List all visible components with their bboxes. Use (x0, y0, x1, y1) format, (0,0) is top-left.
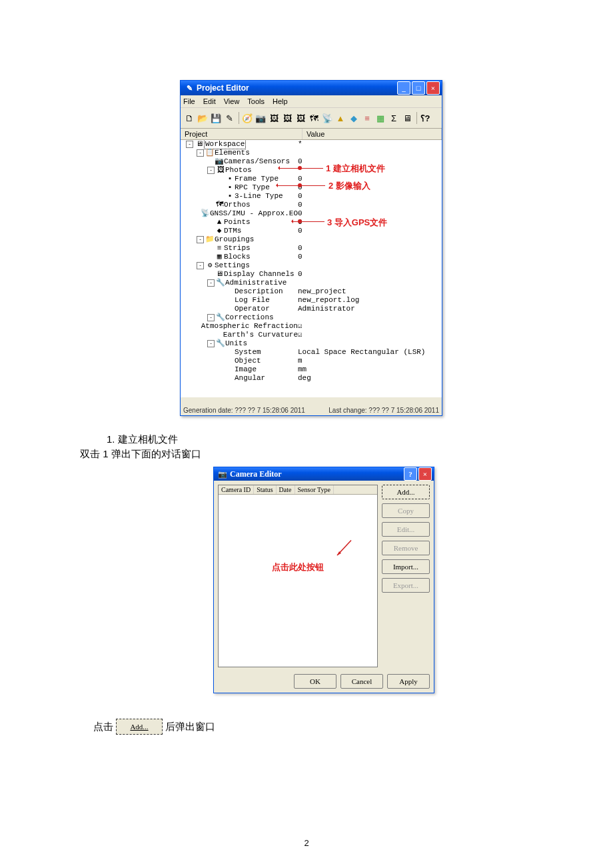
expand-toggle[interactable]: - (197, 262, 204, 269)
ok-button[interactable]: OK (294, 674, 336, 689)
tree-row[interactable]: ▪Frame Type0 (181, 175, 442, 183)
close-button[interactable]: × (426, 81, 440, 95)
col-status[interactable]: Status (254, 485, 276, 494)
node-label: Groupings (215, 235, 254, 244)
col-date[interactable]: Date (277, 485, 295, 494)
tree-row[interactable]: 📷Cameras/Sensors0 (181, 157, 442, 166)
col-camera-id[interactable]: Camera ID (219, 485, 254, 494)
dtm-tool-icon[interactable]: ◆ (348, 112, 360, 124)
tree-row[interactable]: -🖥Workspace* (181, 140, 442, 149)
points-tool-icon[interactable]: ▲ (334, 112, 346, 124)
camera-tool-icon[interactable]: 🧭 (241, 112, 253, 124)
menu-tools[interactable]: Tools (247, 97, 265, 105)
whats-this-icon[interactable]: ⸮? (419, 112, 431, 124)
pe-titlebar[interactable]: ✎ Project Editor _ □ × (181, 81, 442, 95)
cancel-button[interactable]: Cancel (340, 674, 383, 689)
photo-tool-icon[interactable]: 📷 (255, 112, 267, 124)
tree-row[interactable]: -📁Groupings (181, 235, 442, 244)
tree-row[interactable]: Log Filenew_report.log (181, 296, 442, 305)
project-editor-window: ✎ Project Editor _ □ × File Edit View To… (180, 80, 442, 416)
tree-row[interactable]: Imagemm (181, 365, 442, 374)
tree-row[interactable]: -🔧Administrative (181, 279, 442, 287)
copy-button[interactable]: Copy (382, 503, 430, 518)
open-icon[interactable]: 📂 (197, 112, 209, 124)
expand-toggle[interactable]: - (197, 149, 204, 157)
export-button[interactable]: Export... (382, 578, 430, 593)
new-icon[interactable]: 🗋 (183, 112, 195, 124)
node-icon: 🖥 (195, 140, 204, 149)
tree-row[interactable]: ▪RPC Type0 (181, 183, 442, 192)
pe-statusbar: Generation date: ??? ?? 7 15:28:06 2011 … (183, 407, 439, 414)
svg-marker-1 (337, 551, 341, 555)
add-button[interactable]: Add... (382, 485, 430, 499)
expand-toggle[interactable]: - (207, 340, 215, 347)
node-value: m (298, 357, 442, 365)
node-label: RPC Type (235, 183, 270, 192)
col-project[interactable]: Project (181, 129, 303, 139)
tree-row[interactable]: -🖼Photos (181, 166, 442, 175)
node-value: 0 (298, 201, 442, 209)
tree-row[interactable]: ▲Points0 (181, 218, 442, 227)
edit-button[interactable]: Edit... (382, 522, 430, 537)
apply-button[interactable]: Apply (387, 674, 430, 689)
tree-row[interactable]: OperatorAdministrator (181, 305, 442, 313)
close-button[interactable]: × (418, 467, 432, 481)
save-icon[interactable]: 💾 (210, 112, 222, 124)
menu-file[interactable]: File (183, 97, 195, 105)
tree-row[interactable]: Objectm (181, 357, 442, 365)
gnss-tool-icon[interactable]: 📡 (321, 112, 333, 124)
tree-row[interactable]: 📡GNSS/IMU - Approx.EO0 (181, 209, 442, 218)
tree-row[interactable]: -🔧Corrections (181, 313, 442, 322)
strips-tool-icon[interactable]: ≡ (361, 112, 373, 124)
import-button[interactable]: Import... (382, 559, 430, 574)
rpc-tool-icon[interactable]: 🖼 (281, 112, 293, 124)
tree-row[interactable]: 🖥Display Channels0 (181, 270, 442, 279)
blocks-tool-icon[interactable]: ▦ (374, 112, 386, 124)
tree-row[interactable]: Descriptionnew_project (181, 287, 442, 296)
node-label: Description (235, 287, 283, 296)
expand-toggle[interactable]: - (207, 314, 215, 321)
expand-toggle[interactable]: - (186, 141, 193, 148)
tree-row[interactable]: Angulardeg (181, 374, 442, 383)
screen-tool-icon[interactable]: 🖥 (401, 112, 413, 124)
node-icon: ▪ (225, 175, 235, 183)
minimize-button[interactable]: _ (397, 81, 410, 95)
camera-list[interactable]: Camera ID Status Date Sensor Type 点击此处按钮 (218, 485, 378, 667)
node-icon: ⚙ (205, 261, 215, 270)
node-icon: 📷 (215, 157, 224, 166)
help-button[interactable]: ? (404, 467, 417, 481)
tree-row[interactable]: -⚙Settings (181, 261, 442, 270)
tree-row[interactable]: SystemLocal Space Rectangular (LSR) (181, 348, 442, 357)
expand-toggle[interactable]: - (207, 167, 215, 174)
ortho-tool-icon[interactable]: 🗺 (308, 112, 320, 124)
tree-row[interactable]: -🔧Units (181, 339, 442, 348)
tree-row[interactable]: Earth's Curvature☑ (181, 331, 442, 339)
node-value (298, 149, 442, 157)
node-icon: 📡 (201, 209, 210, 218)
node-label: Administrative (225, 279, 287, 287)
expand-toggle[interactable]: - (207, 279, 215, 287)
remove-button[interactable]: Remove (382, 541, 430, 555)
expand-toggle[interactable]: - (197, 236, 204, 243)
tree-row[interactable]: -📋Elements (181, 149, 442, 157)
maximize-button[interactable]: □ (412, 81, 425, 95)
pe-tree[interactable]: -🖥Workspace*-📋Elements📷Cameras/Sensors0-… (181, 140, 442, 397)
line-tool-icon[interactable]: 🖼 (295, 112, 306, 124)
node-label: GNSS/IMU - Approx.EO (210, 209, 298, 218)
col-value[interactable]: Value (303, 129, 442, 139)
ce-titlebar[interactable]: 📷 Camera Editor ? × (214, 467, 434, 481)
wand-icon[interactable]: ✎ (223, 112, 235, 124)
tree-row[interactable]: ≡Strips0 (181, 244, 442, 253)
col-sensor-type[interactable]: Sensor Type (295, 485, 334, 494)
menu-edit[interactable]: Edit (203, 97, 216, 105)
menu-help[interactable]: Help (273, 97, 288, 105)
tree-row[interactable]: ▪3-Line Type0 (181, 192, 442, 201)
sigma-tool-icon[interactable]: Σ (388, 112, 400, 124)
node-label: System (235, 348, 261, 357)
menu-view[interactable]: View (224, 97, 240, 105)
tree-row[interactable]: ◆DTMs0 (181, 227, 442, 235)
tree-row[interactable]: ▦Blocks0 (181, 253, 442, 261)
tree-row[interactable]: 🗺Orthos0 (181, 201, 442, 209)
tree-row[interactable]: Atmospheric Refraction☑ (181, 322, 442, 331)
frame-tool-icon[interactable]: 🖼 (268, 112, 280, 124)
